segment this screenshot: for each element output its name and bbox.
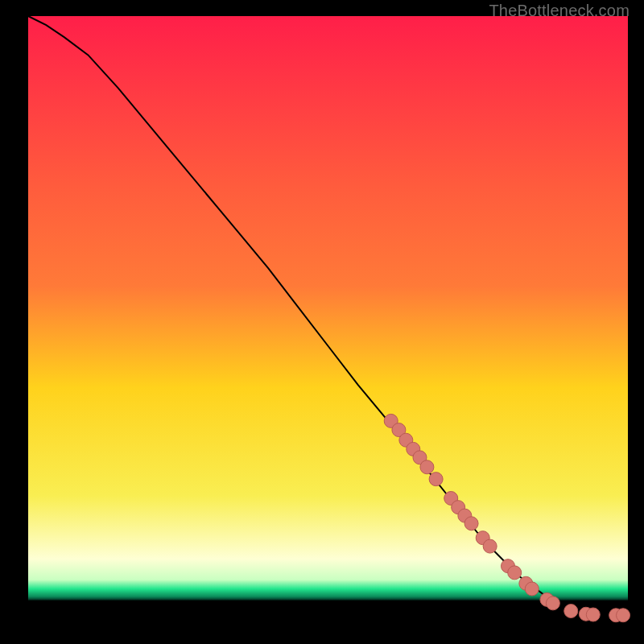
data-point-marker xyxy=(508,566,522,580)
plot-background xyxy=(28,16,628,616)
data-point-marker xyxy=(617,609,630,622)
data-point-marker xyxy=(564,605,578,618)
data-point-marker xyxy=(429,473,443,486)
data-point-marker xyxy=(420,460,434,474)
data-point-marker xyxy=(483,539,497,553)
data-point-marker xyxy=(464,517,478,530)
data-point-marker xyxy=(586,608,600,621)
bottleneck-chart xyxy=(0,0,644,644)
data-point-marker xyxy=(546,597,559,610)
data-point-marker xyxy=(525,582,539,596)
